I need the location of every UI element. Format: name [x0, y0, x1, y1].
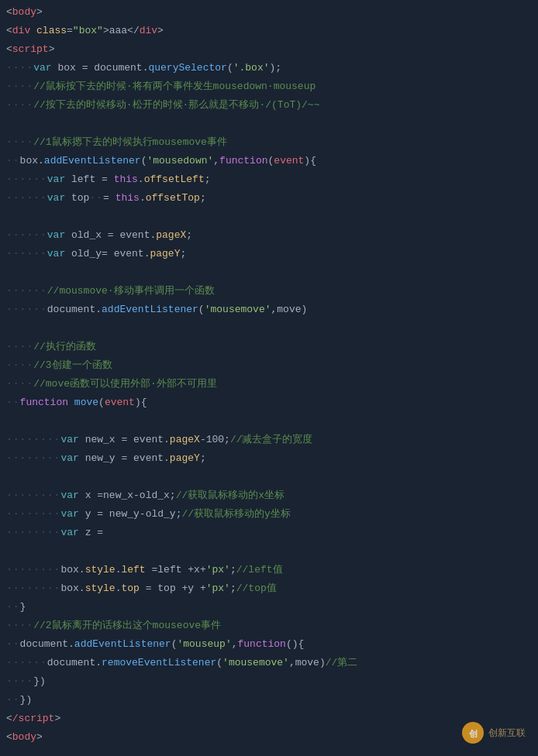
code-token: = [103, 190, 109, 207]
code-token: ······ [6, 171, 47, 188]
svg-text:创: 创 [468, 729, 478, 738]
code-token: style [85, 580, 116, 597]
code-line: ····}) [0, 672, 538, 691]
code-token: event [274, 153, 304, 170]
code-token: this [114, 171, 138, 188]
code-token: ; [230, 562, 236, 579]
code-token: . [116, 562, 122, 579]
code-token: var [60, 487, 78, 504]
code-line: ····//3创建一个函数 [0, 356, 538, 375]
code-token: box. [60, 562, 84, 579]
code-token: move [74, 394, 98, 411]
code-line [0, 115, 538, 133]
code-token: ( [268, 153, 274, 170]
code-line: ······document.addEventListener('mousemo… [0, 301, 538, 319]
code-token: >aaa</ [103, 22, 140, 40]
code-token: ){ [135, 394, 147, 411]
watermark-logo: 创 [462, 722, 484, 744]
code-token: ······ [6, 301, 47, 318]
code-line: ····//2鼠标离开的话移出这个mouseove事件 [0, 617, 538, 635]
code-line: ········var new_x = event.pageX-100;//减去… [0, 431, 538, 449]
code-token: ······ [6, 283, 47, 300]
code-token: ( [198, 301, 205, 318]
code-line: ····//1鼠标摁下去的时候执行mousemove事件 [0, 133, 538, 152]
code-token: ; [230, 580, 236, 597]
code-token: var [47, 246, 65, 263]
code-token: left = [65, 171, 113, 188]
code-line: ··box.addEventListener('mousedown',funct… [0, 152, 538, 170]
code-line: ··function move(event){ [0, 393, 538, 412]
code-token: //鼠标按下去的时候·将有两个事件发生mousedown·mouseup [33, 78, 316, 95]
code-token: document. [47, 655, 102, 672]
code-token: ········ [6, 431, 60, 448]
code-line: ··}) [0, 691, 538, 710]
code-token: < [6, 710, 12, 727]
code-token: ·· [6, 636, 20, 653]
code-token: body [12, 729, 36, 746]
code-token: ···· [6, 673, 33, 690]
code-token: < [6, 22, 12, 40]
code-line: ··} [0, 598, 538, 617]
code-line: ······var left = this.offsetLeft; [0, 170, 538, 189]
code-token: ···· [6, 134, 33, 151]
code-token: var [33, 60, 51, 77]
code-line: <div class="box">aaa</div> [0, 22, 538, 40]
code-token: //1鼠标摁下去的时候执行mousemove事件 [33, 134, 227, 151]
code-token: ·· [6, 153, 20, 170]
code-token: > [157, 22, 164, 40]
code-line: ········box.style.top = top +y +'px';//t… [0, 579, 538, 598]
code-token: //获取鼠标移动的x坐标 [176, 487, 285, 504]
code-token: left [121, 562, 145, 579]
code-token: > [36, 4, 43, 21]
code-token: addEventListener [102, 301, 198, 318]
code-token: 'mousemove' [205, 301, 271, 318]
code-token: //3创建一个函数 [33, 357, 112, 374]
code-token: pageX [156, 227, 186, 244]
code-line: ····//执行的函数 [0, 338, 538, 356]
code-token: ········ [6, 506, 60, 523]
code-token: }) [20, 692, 33, 709]
code-token: . [138, 171, 144, 188]
code-line: ········var y = new_y-old_y;//获取鼠标移动的y坐标 [0, 505, 538, 524]
code-token: ( [227, 60, 233, 77]
code-line [0, 263, 538, 282]
code-token: ········ [6, 524, 60, 541]
code-token: < [6, 41, 12, 58]
code-token: box = document. [52, 60, 149, 77]
code-token [68, 394, 74, 411]
code-line [0, 542, 538, 561]
code-token: //按下去的时候移动·松开的时候·那么就是不移动·/(ToT)/~~ [33, 97, 319, 114]
code-line: ······//mousmove·移动事件调用一个函数 [0, 282, 538, 301]
code-line: ········var new_y = event.pageY; [0, 449, 538, 468]
code-token: event [105, 394, 135, 411]
code-token: < [6, 4, 12, 21]
code-token: function [20, 394, 68, 411]
code-token: //执行的函数 [33, 338, 96, 356]
code-token: var [47, 171, 65, 188]
code-token: removeEventListener [102, 655, 216, 672]
code-token: "box" [73, 22, 103, 40]
code-token: /script [12, 710, 55, 727]
code-line [0, 208, 538, 226]
code-token: old_y= event. [65, 246, 150, 263]
code-token: var [60, 524, 78, 541]
code-token: var [60, 506, 78, 523]
code-token: //left值 [236, 562, 283, 579]
code-token: y = new_y-old_y; [79, 506, 182, 523]
code-token: ,move) [271, 301, 308, 318]
code-line: <body> [0, 3, 538, 22]
code-token: //mousmove·移动事件调用一个函数 [47, 283, 215, 300]
code-token: ···· [6, 60, 33, 77]
code-token: ······ [6, 227, 47, 244]
code-token: top [121, 580, 139, 597]
code-token: script [12, 41, 49, 58]
code-token: //获取鼠标移动的y坐标 [181, 506, 290, 523]
code-token: querySelector [148, 60, 226, 77]
code-token: > [49, 41, 55, 58]
code-line: ······var old_y= event.pageY; [0, 245, 538, 263]
code-token: z = [79, 524, 103, 541]
code-token: x =new_x-old_x; [79, 487, 176, 504]
code-token: new_y = event. [79, 450, 170, 467]
code-token: } [20, 599, 26, 616]
code-token: box. [60, 580, 84, 597]
